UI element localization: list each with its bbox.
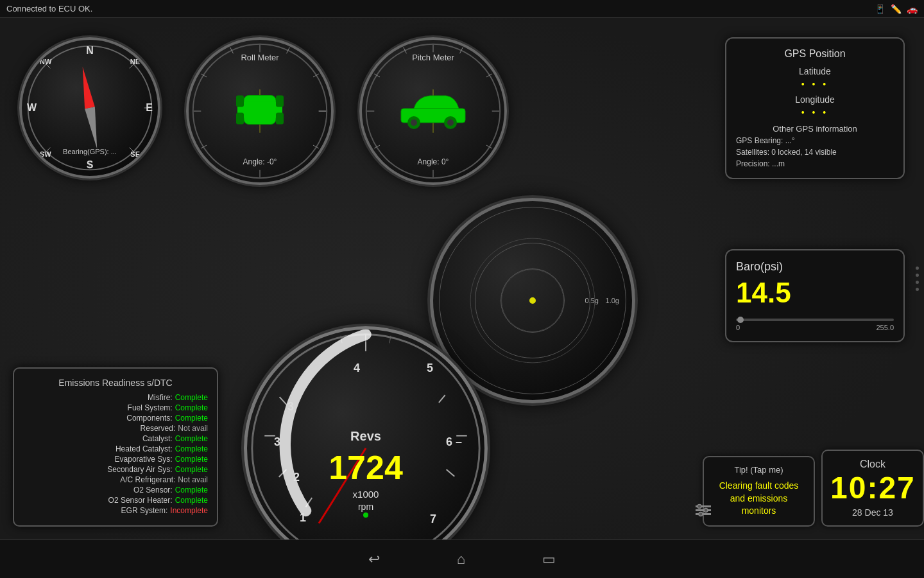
svg-rect-28 [236,113,244,125]
pitch-meter-circle[interactable]: Pitch Meter Angle: 0° [359,37,507,185]
rpm-unit2: rpm [358,502,373,512]
svg-rect-67 [696,513,711,515]
status-icons: 📱 ✏️ 🚗 [875,4,918,14]
emissions-row-label: Evaporative Sys: [115,455,173,464]
emissions-row: EGR System:Incomplete [23,506,208,515]
compass-south-label: S [87,159,94,171]
roll-meter-title: Roll Meter [241,53,278,62]
svg-line-58 [439,395,445,403]
rpm-circle[interactable]: 2 3 4 3 1 0 5 6 – 7 Revs 1724 x1000 rpm [244,326,488,570]
emissions-row-value: Not avail [178,424,208,433]
baro-title: Baro(psi) [736,260,894,274]
clock-panel[interactable]: Clock 10:27 28 Dec 13 [821,450,924,527]
pitch-meter-title: Pitch Meter [412,53,454,62]
edit-icon: ✏️ [891,4,902,14]
rpm-num-3b: 3 [287,400,294,414]
home-button[interactable]: ⌂ [457,551,465,568]
gforce-05-label: 0.5g [585,297,599,304]
clock-title: Clock [830,459,915,470]
rpm-label: Revs [350,429,381,444]
emissions-row: Heated Catalyst:Complete [23,444,208,453]
emissions-row: Evaporative Sys:Complete [23,455,208,464]
svg-point-69 [704,509,708,512]
emissions-row: Fuel System:Complete [23,403,208,412]
emissions-title: Emissions Readiness s/DTC [23,378,208,388]
svg-point-68 [697,505,701,509]
rpm-num-5: 5 [427,362,433,375]
gps-title: GPS Position [736,48,894,60]
emissions-row-value: Incomplete [170,506,208,515]
baro-slider-thumb [737,317,744,323]
svg-point-45 [411,119,417,126]
gps-precision: Precision: ...m [736,159,894,168]
compass-west-label: W [27,102,37,114]
gps-longitude-value: • • • [736,107,894,118]
roll-meter-gauge: Roll Meter Angle: -0° [186,37,334,185]
baro-min: 0 [736,324,740,331]
pitch-meter-gauge: Pitch Meter Angle: 0° [359,37,507,185]
clock-time: 10:27 [830,473,915,504]
emissions-row-value: Complete [175,455,208,464]
gps-satellites: Satellites: 0 locked, 14 visible [736,148,894,157]
emissions-row-label: EGR System: [121,506,168,515]
settings-icon[interactable] [694,502,712,523]
clock-date: 28 Dec 13 [830,507,915,518]
roll-meter-circle[interactable]: Roll Meter Angle: -0° [186,37,334,185]
emissions-row-value: Complete [175,393,208,402]
emissions-row-label: Fuel System: [128,403,173,412]
side-dot-4 [916,288,919,291]
baro-panel[interactable]: Baro(psi) 14.5 0 255.0 [725,249,905,342]
emissions-row: O2 Sensor:Complete [23,486,208,495]
tip-panel[interactable]: Tip! (Tap me) Clearing fault codes and e… [703,456,815,527]
compass-se-label: SE [130,150,140,158]
car-icon: 🚗 [907,4,918,14]
emissions-row: Reserved:Not avail [23,424,208,433]
svg-rect-27 [276,96,284,107]
rpm-num-4b: 4 [354,362,360,375]
emissions-row: Misfire:Complete [23,393,208,402]
compass-east-label: E [146,102,153,114]
connection-status: Connected to ECU OK. [6,4,92,13]
rpm-num-1: 1 [300,511,306,525]
gps-latitude-value: • • • [736,79,894,89]
rpm-num-6: 6 – [446,435,462,449]
status-bar: Connected to ECU OK. 📱 ✏️ 🚗 [0,0,924,18]
svg-point-47 [447,119,454,126]
compass-sw-label: SW [40,150,51,158]
rpm-value: 1724 [329,448,403,487]
rpm-unit1: x1000 [353,489,379,500]
emissions-row-value: Complete [175,486,208,495]
baro-max: 255.0 [876,324,894,331]
rpm-num-7: 7 [430,512,436,526]
recent-button[interactable]: ▭ [542,551,556,568]
emissions-row-label: Reserved: [141,424,176,433]
emissions-panel[interactable]: Emissions Readiness s/DTC Misfire:Comple… [13,367,218,527]
nav-bar: ↩ ⌂ ▭ [0,539,924,578]
emissions-row-value: Complete [175,465,208,474]
emissions-row-label: Misfire: [148,393,173,402]
back-button[interactable]: ↩ [368,551,380,568]
baro-range: 0 255.0 [736,324,894,331]
main-area: N S W E NW NE SW SE Bearing(GPS): ... [0,18,924,539]
svg-rect-25 [237,102,282,118]
baro-slider-track[interactable] [736,319,894,321]
emissions-row-label: Heated Catalyst: [116,444,173,453]
compass-circle[interactable]: N S W E NW NE SW SE Bearing(GPS): ... [19,37,160,179]
gps-panel[interactable]: GPS Position Latitude • • • Longitude • … [725,37,905,179]
rpm-green-dot [363,512,368,518]
phone-icon: 📱 [875,4,886,14]
svg-rect-29 [276,113,284,125]
emissions-row: Components:Complete [23,414,208,423]
emissions-row-value: Complete [175,403,208,412]
roll-angle: Angle: -0° [243,157,277,166]
gps-bearing: GPS Bearing: ...° [736,136,894,145]
emissions-row-value: Complete [175,434,208,443]
gps-longitude-label: Longitude [736,94,894,105]
tip-title: Tip! (Tap me) [712,465,806,475]
baro-value: 14.5 [736,277,894,309]
emissions-row-value: Complete [175,444,208,453]
svg-rect-26 [236,96,244,107]
gforce-dot [529,297,536,304]
svg-point-70 [699,512,703,516]
svg-rect-66 [696,509,711,511]
